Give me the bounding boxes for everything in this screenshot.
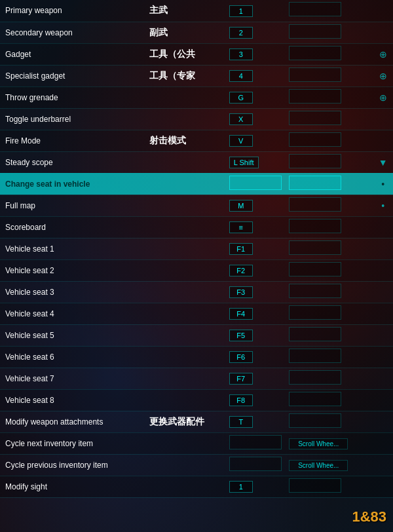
row-icon: ⊕ [373, 43, 393, 65]
row-key2[interactable] [286, 303, 373, 324]
row-key1[interactable]: F4 [227, 303, 287, 324]
row-key2[interactable] [286, 130, 373, 151]
table-row[interactable]: Modify sight1 [0, 476, 393, 497]
table-row[interactable]: Modify weapon attachments更换武器配件T [0, 411, 393, 432]
row-key1[interactable]: M [227, 195, 287, 216]
row-label: Cycle next inventory item [0, 432, 147, 454]
row-key1[interactable] [227, 173, 287, 195]
table-row[interactable]: Specialist gadget工具（专家4⊕ [0, 65, 393, 86]
row-icon: ⊕ [373, 86, 393, 108]
row-key1[interactable]: 1 [227, 0, 287, 22]
row-key2[interactable] [286, 389, 373, 411]
row-chinese: 工具（专家 [147, 65, 227, 86]
table-row[interactable]: Vehicle seat 7F7 [0, 368, 393, 389]
row-key1[interactable]: 2 [227, 22, 287, 43]
row-icon [373, 0, 393, 22]
row-label: Vehicle seat 6 [0, 346, 147, 368]
row-chinese: 副武 [147, 22, 227, 43]
table-row[interactable]: Toggle underbarrelX [0, 108, 393, 130]
table-row[interactable]: Secondary weapon副武2 [0, 22, 393, 43]
table-row[interactable]: Vehicle seat 8F8 [0, 389, 393, 411]
row-icon [373, 476, 393, 497]
row-key2[interactable] [286, 195, 373, 216]
row-label: Vehicle seat 5 [0, 324, 147, 346]
row-key1[interactable]: F6 [227, 346, 287, 368]
table-row[interactable]: Gadget工具（公共3⊕ [0, 43, 393, 65]
table-row[interactable]: Steady scopeL Shift▼ [0, 151, 393, 173]
row-key2[interactable] [286, 173, 373, 195]
table-row[interactable]: Vehicle seat 3F3 [0, 281, 393, 303]
row-label: Vehicle seat 2 [0, 259, 147, 281]
row-chinese [147, 303, 227, 324]
row-chinese: 射击模式 [147, 130, 227, 151]
row-key2[interactable] [286, 0, 373, 22]
table-row[interactable]: Fire Mode射击模式V [0, 130, 393, 151]
row-chinese [147, 476, 227, 497]
table-row[interactable]: Vehicle seat 2F2 [0, 259, 393, 281]
row-key1[interactable]: 1 [227, 476, 287, 497]
row-key1[interactable]: F7 [227, 368, 287, 389]
row-key2[interactable] [286, 151, 373, 173]
row-key2[interactable] [286, 259, 373, 281]
row-key2[interactable] [286, 86, 373, 108]
row-key2[interactable] [286, 238, 373, 259]
row-icon [373, 368, 393, 389]
table-row[interactable]: Vehicle seat 6F6 [0, 346, 393, 368]
row-key1[interactable]: T [227, 411, 287, 432]
row-key2[interactable] [286, 324, 373, 346]
row-chinese [147, 368, 227, 389]
row-key2[interactable] [286, 281, 373, 303]
row-key1[interactable]: G [227, 86, 287, 108]
row-key2[interactable] [286, 368, 373, 389]
row-key1[interactable]: F3 [227, 281, 287, 303]
row-key2[interactable] [286, 65, 373, 86]
row-key1[interactable]: 3 [227, 43, 287, 65]
table-row[interactable]: Cycle next inventory itemScroll Whee... [0, 432, 393, 454]
row-key1[interactable]: X [227, 108, 287, 130]
row-chinese [147, 173, 227, 195]
row-icon [373, 108, 393, 130]
row-icon [373, 303, 393, 324]
table-row[interactable]: Scoreboard≡ [0, 216, 393, 238]
table-row[interactable]: Throw grenadeG⊕ [0, 86, 393, 108]
row-key2[interactable]: Scroll Whee... [286, 432, 373, 454]
row-label: Modify weapon attachments [0, 411, 147, 432]
row-key1[interactable]: V [227, 130, 287, 151]
row-label: Scoreboard [0, 216, 147, 238]
row-key2[interactable] [286, 216, 373, 238]
row-key2[interactable] [286, 476, 373, 497]
table-row[interactable]: Primary weapon主武1 [0, 0, 393, 22]
row-label: Vehicle seat 8 [0, 389, 147, 411]
row-key1[interactable]: ≡ [227, 216, 287, 238]
row-chinese [147, 389, 227, 411]
row-key2[interactable] [286, 346, 373, 368]
table-row[interactable]: Change seat in vehicle• [0, 173, 393, 195]
row-icon [373, 454, 393, 476]
row-key1[interactable]: F2 [227, 259, 287, 281]
row-chinese [147, 454, 227, 476]
table-row[interactable]: Cycle previous inventory itemScroll Whee… [0, 454, 393, 476]
row-key1[interactable]: F1 [227, 238, 287, 259]
row-icon: ⊕ [373, 65, 393, 86]
row-key2[interactable]: Scroll Whee... [286, 454, 373, 476]
row-key1[interactable]: 4 [227, 65, 287, 86]
keybindings-table: Primary weapon主武1Secondary weapon副武2Gadg… [0, 0, 393, 532]
row-key1[interactable] [227, 432, 287, 454]
row-key2[interactable] [286, 411, 373, 432]
row-key2[interactable] [286, 22, 373, 43]
row-icon [373, 411, 393, 432]
row-key1[interactable]: F5 [227, 324, 287, 346]
row-key1[interactable] [227, 454, 287, 476]
table-row[interactable]: Vehicle seat 1F1 [0, 238, 393, 259]
row-key2[interactable] [286, 108, 373, 130]
row-label: Specialist gadget [0, 65, 147, 86]
table-row[interactable]: Vehicle seat 4F4 [0, 303, 393, 324]
row-key2[interactable] [286, 43, 373, 65]
row-label: Full map [0, 195, 147, 216]
row-icon [373, 281, 393, 303]
row-key1[interactable]: F8 [227, 389, 287, 411]
row-icon: • [373, 195, 393, 216]
table-row[interactable]: Vehicle seat 5F5 [0, 324, 393, 346]
row-key1[interactable]: L Shift [227, 151, 287, 173]
table-row[interactable]: Full mapM• [0, 195, 393, 216]
